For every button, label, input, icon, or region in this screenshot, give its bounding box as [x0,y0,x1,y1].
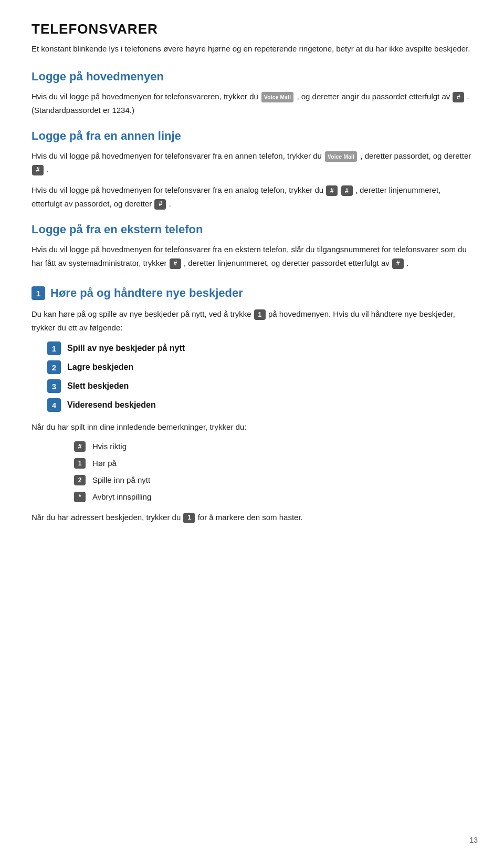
sub-list-item-hash: # Hvis riktig [74,441,472,452]
sub-key-hash: # [74,441,86,452]
sub-label-1: Hør på [92,459,117,468]
section-ekstern-text: Hvis du vil logge på hovedmenyen for tel… [32,243,472,270]
list-label-3: Slett beskjeden [67,381,129,391]
list-badge-4: 4 [47,398,61,412]
section-heading-logge-annen: Logge på fra en annen linje [32,129,472,143]
outro-text: Når du har adressert beskjeden, trykker … [32,511,472,524]
sub-key-1: 1 [74,458,86,469]
sub-list: # Hvis riktig 1 Hør på 2 Spille inn på n… [74,441,472,502]
sub-key-2: 2 [74,475,86,485]
sub-label-star: Avbryt innspilling [92,492,151,501]
outro-key: 1 [183,513,195,523]
hash-key-3c: # [154,199,166,210]
section-logge-annen: Logge på fra en annen linje Hvis du vil … [32,129,472,210]
section-logge-hoved: Logge på hovedmenyen Hvis du vil logge p… [32,70,472,117]
sub-key-star: * [74,492,86,502]
section-heading-logge-hoved: Logge på hovedmenyen [32,70,472,84]
section-annen-para1: Hvis du vil logge på hovedmenyen for tel… [32,149,472,176]
section-annen-para2: Hvis du vil logge på hovedmenyen for tel… [32,183,472,210]
list-badge-1: 1 [47,341,61,355]
key-intro-1: 1 [254,309,266,320]
hash-key-1: # [453,92,464,102]
list-item-3: 3 Slett beskjeden [47,379,472,393]
section-heading-hore: 1 Høre på og håndtere nye beskjeder [32,286,472,300]
section-hore: 1 Høre på og håndtere nye beskjeder Du k… [32,286,472,524]
sub-list-item-2: 2 Spille inn på nytt [74,475,472,485]
hash-key-3a: # [326,185,338,196]
section-number-badge: 1 [32,286,45,300]
hash-key-4: # [170,258,181,269]
hash-key-3b: # [341,185,353,196]
intro-text: Et konstant blinkende lys i telefonens ø… [32,43,472,55]
list-label-4: Videresend beskjeden [67,400,156,410]
list-item-2: 2 Lagre beskjeden [47,360,472,374]
sub-label-hash: Hvis riktig [92,442,127,451]
list-label-2: Lagre beskjeden [67,362,133,372]
sub-list-item-star: * Avbryt innspilling [74,492,472,502]
hash-key-5: # [392,258,404,269]
list-item-4: 4 Videresend beskjeden [47,398,472,412]
list-badge-3: 3 [47,379,61,393]
voicemail-badge-2: Voice Mail [325,151,357,162]
sub-list-item-1: 1 Hør på [74,458,472,469]
list-badge-2: 2 [47,360,61,374]
section-logge-hoved-text: Hvis du vil logge på hovedmenyen for tel… [32,90,472,117]
section-heading-hore-label: Høre på og håndtere nye beskjeder [50,286,243,300]
page-title: TELEFONSVARER [32,21,472,37]
hore-intro: Du kan høre på og spille av nye beskjede… [32,307,472,334]
section-logge-ekstern: Logge på fra en ekstern telefon Hvis du … [32,223,472,270]
voicemail-badge-1: Voice Mail [261,92,293,102]
list-item-1: 1 Spill av nye beskjeder på nytt [47,341,472,355]
section-heading-logge-ekstern: Logge på fra en ekstern telefon [32,223,472,236]
sub-label-2: Spille inn på nytt [92,475,150,484]
list-label-1: Spill av nye beskjeder på nytt [67,344,185,353]
sub-intro-text: Når du har spilt inn dine innledende bem… [32,420,472,434]
hash-key-2: # [32,165,44,175]
